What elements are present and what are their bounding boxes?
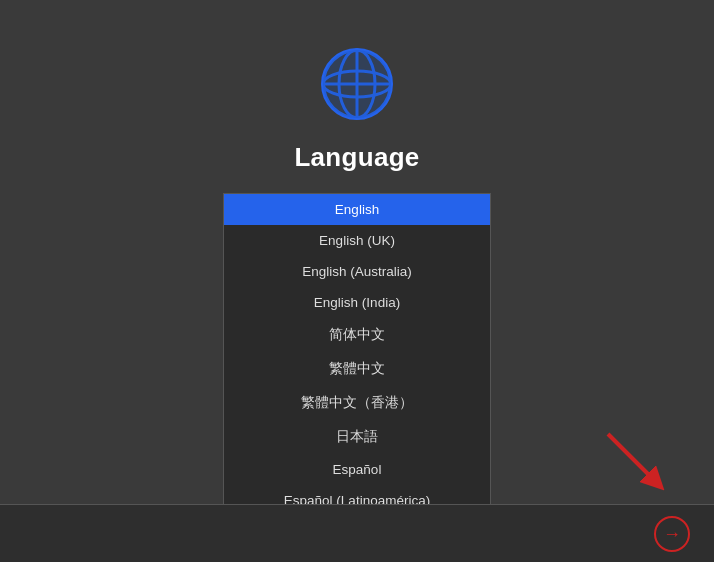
next-arrow-icon: →	[663, 525, 681, 543]
next-button[interactable]: →	[654, 516, 690, 552]
globe-svg	[321, 48, 393, 120]
page-title: Language	[294, 142, 419, 173]
language-item-simplified-chinese[interactable]: 简体中文	[224, 318, 490, 352]
language-item-english-australia[interactable]: English (Australia)	[224, 256, 490, 287]
language-item-english-india[interactable]: English (India)	[224, 287, 490, 318]
language-item-english[interactable]: English	[224, 194, 490, 225]
bottom-bar: →	[0, 504, 714, 562]
language-item-traditional-chinese-hk[interactable]: 繁體中文（香港）	[224, 386, 490, 420]
svg-line-7	[608, 434, 656, 482]
language-item-spanish[interactable]: Español	[224, 454, 490, 485]
language-item-japanese[interactable]: 日本語	[224, 420, 490, 454]
language-item-english-uk[interactable]: English (UK)	[224, 225, 490, 256]
language-item-traditional-chinese[interactable]: 繁體中文	[224, 352, 490, 386]
globe-icon	[321, 48, 393, 124]
arrow-indicator	[598, 424, 678, 504]
svg-point-5	[323, 50, 391, 118]
